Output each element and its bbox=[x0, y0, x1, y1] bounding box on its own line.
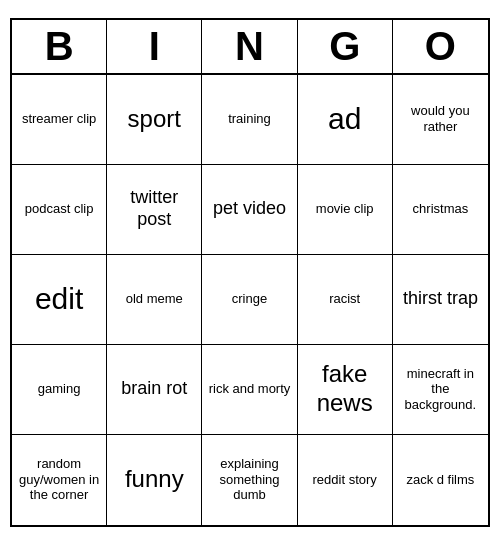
bingo-grid: streamer clipsporttrainingadwould you ra… bbox=[12, 75, 488, 525]
bingo-cell-6: twitter post bbox=[107, 165, 202, 255]
bingo-board: BINGO streamer clipsporttrainingadwould … bbox=[10, 18, 490, 527]
cell-text-16: brain rot bbox=[121, 378, 187, 400]
cell-text-7: pet video bbox=[213, 198, 286, 220]
bingo-letter-g: G bbox=[298, 20, 393, 73]
cell-text-22: explaining something dumb bbox=[206, 456, 292, 503]
cell-text-13: racist bbox=[329, 291, 360, 307]
cell-text-23: reddit story bbox=[313, 472, 377, 488]
bingo-cell-22: explaining something dumb bbox=[202, 435, 297, 525]
bingo-cell-0: streamer clip bbox=[12, 75, 107, 165]
bingo-cell-17: rick and morty bbox=[202, 345, 297, 435]
cell-text-24: zack d films bbox=[406, 472, 474, 488]
bingo-cell-16: brain rot bbox=[107, 345, 202, 435]
bingo-letter-o: O bbox=[393, 20, 488, 73]
cell-text-17: rick and morty bbox=[209, 381, 291, 397]
bingo-cell-15: gaming bbox=[12, 345, 107, 435]
bingo-cell-4: would you rather bbox=[393, 75, 488, 165]
cell-text-4: would you rather bbox=[397, 103, 484, 134]
cell-text-0: streamer clip bbox=[22, 111, 96, 127]
bingo-letter-n: N bbox=[202, 20, 297, 73]
bingo-cell-20: random guy/women in the corner bbox=[12, 435, 107, 525]
bingo-cell-14: thirst trap bbox=[393, 255, 488, 345]
cell-text-8: movie clip bbox=[316, 201, 374, 217]
bingo-cell-1: sport bbox=[107, 75, 202, 165]
bingo-cell-9: christmas bbox=[393, 165, 488, 255]
bingo-cell-24: zack d films bbox=[393, 435, 488, 525]
bingo-letter-i: I bbox=[107, 20, 202, 73]
bingo-cell-2: training bbox=[202, 75, 297, 165]
cell-text-14: thirst trap bbox=[403, 288, 478, 310]
bingo-cell-18: fake news bbox=[298, 345, 393, 435]
cell-text-5: podcast clip bbox=[25, 201, 94, 217]
cell-text-11: old meme bbox=[126, 291, 183, 307]
cell-text-10: edit bbox=[35, 281, 83, 317]
bingo-letter-b: B bbox=[12, 20, 107, 73]
cell-text-3: ad bbox=[328, 101, 361, 137]
bingo-cell-13: racist bbox=[298, 255, 393, 345]
cell-text-20: random guy/women in the corner bbox=[16, 456, 102, 503]
bingo-cell-3: ad bbox=[298, 75, 393, 165]
cell-text-12: cringe bbox=[232, 291, 267, 307]
cell-text-2: training bbox=[228, 111, 271, 127]
cell-text-9: christmas bbox=[413, 201, 469, 217]
bingo-cell-8: movie clip bbox=[298, 165, 393, 255]
cell-text-21: funny bbox=[125, 465, 184, 494]
cell-text-18: fake news bbox=[302, 360, 388, 418]
bingo-cell-7: pet video bbox=[202, 165, 297, 255]
bingo-cell-11: old meme bbox=[107, 255, 202, 345]
bingo-cell-23: reddit story bbox=[298, 435, 393, 525]
bingo-cell-21: funny bbox=[107, 435, 202, 525]
cell-text-15: gaming bbox=[38, 381, 81, 397]
bingo-cell-10: edit bbox=[12, 255, 107, 345]
cell-text-19: minecraft in the background. bbox=[397, 366, 484, 413]
cell-text-6: twitter post bbox=[111, 187, 197, 230]
bingo-header: BINGO bbox=[12, 20, 488, 75]
bingo-cell-12: cringe bbox=[202, 255, 297, 345]
bingo-cell-5: podcast clip bbox=[12, 165, 107, 255]
bingo-cell-19: minecraft in the background. bbox=[393, 345, 488, 435]
cell-text-1: sport bbox=[128, 105, 181, 134]
